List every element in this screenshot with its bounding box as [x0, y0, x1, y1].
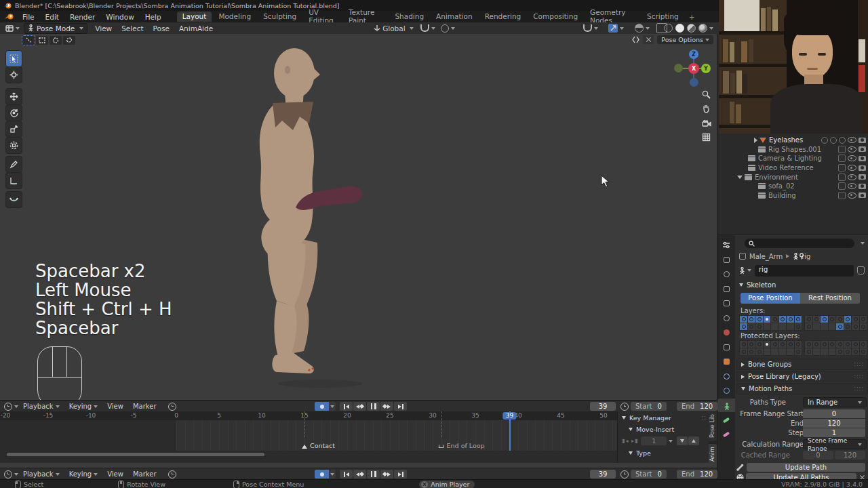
timeline-menu-playback[interactable]: Playback	[18, 470, 64, 478]
solid-shading-icon[interactable]	[675, 24, 684, 33]
outliner-item-building[interactable]: Building	[717, 191, 868, 201]
perspective-toggle-button[interactable]	[702, 131, 711, 144]
start-frame-field[interactable]: Start0	[631, 470, 667, 479]
blender-icon[interactable]	[5, 13, 14, 20]
outliner-item-camera-lighting[interactable]: Camera & Lighting	[717, 154, 868, 163]
data-icon[interactable]	[839, 137, 846, 144]
timeline-tracks[interactable]	[0, 420, 617, 451]
jump-to-start-button[interactable]	[340, 402, 353, 411]
anim-player-status[interactable]: Anim Player	[419, 481, 475, 488]
material-shading-icon[interactable]	[687, 24, 696, 33]
viewport-menu-select[interactable]: Select	[117, 24, 148, 33]
overlays-toggle[interactable]	[635, 24, 650, 33]
properties-tab-render[interactable]	[717, 268, 735, 281]
properties-tab-bone[interactable]	[717, 413, 735, 427]
timeline-menu-marker[interactable]: Marker	[128, 470, 161, 478]
next-keyframe-button[interactable]	[380, 402, 393, 411]
editor-type-button[interactable]	[717, 238, 735, 251]
properties-tab-physics[interactable]	[717, 384, 735, 398]
end-frame-field[interactable]: End120	[677, 470, 717, 479]
marker-label[interactable]: Contact	[310, 442, 335, 449]
jump-to-start-button[interactable]	[340, 470, 353, 479]
next-keyframe-button[interactable]	[380, 470, 393, 479]
workspace-tab-animation[interactable]: Animation	[431, 12, 478, 22]
hide-eye-icon[interactable]	[848, 146, 856, 152]
jump-to-end-button[interactable]	[394, 402, 407, 411]
viewport-menu-view[interactable]: View	[90, 24, 117, 33]
camera-view-button[interactable]	[702, 117, 711, 130]
hide-eye-icon[interactable]	[848, 192, 856, 199]
hide-eye-icon[interactable]	[848, 137, 856, 143]
render-visibility-icon[interactable]	[859, 165, 866, 171]
gizmo-x-neg-axis[interactable]	[674, 64, 683, 73]
scale-tool[interactable]	[5, 121, 22, 138]
layer-toggle[interactable]	[859, 323, 868, 331]
exclude-checkbox[interactable]	[838, 146, 846, 153]
rest-position-button[interactable]: Rest Position	[800, 293, 860, 304]
pose-breakdowner-tool[interactable]	[5, 191, 22, 208]
properties-tab-object-data[interactable]	[717, 399, 735, 412]
auto-key-options[interactable]	[329, 402, 336, 411]
render-visibility-icon[interactable]	[859, 184, 866, 189]
workspace-tab-rendering[interactable]: Rendering	[479, 12, 527, 22]
previous-keyframe-button[interactable]	[353, 402, 366, 411]
circle-select-mode[interactable]	[50, 36, 62, 45]
move-key-down-button[interactable]	[677, 436, 688, 445]
properties-tab-object[interactable]	[717, 355, 735, 369]
zoom-view-button[interactable]	[702, 89, 711, 102]
gizmo-y-axis[interactable]: Y	[701, 64, 711, 73]
menu-window[interactable]: Window	[100, 13, 139, 21]
snap-options[interactable]	[583, 24, 598, 32]
properties-tab-scene[interactable]	[717, 311, 735, 325]
properties-tab-world[interactable]	[717, 326, 735, 340]
navigation-gizmo[interactable]: Z Y X	[679, 54, 709, 83]
close-tool-button[interactable]	[643, 35, 654, 44]
lasso-select-mode[interactable]	[63, 36, 75, 45]
marker-triangle[interactable]	[302, 445, 307, 449]
outliner-item-eyelashes[interactable]: Eyelashes	[717, 136, 868, 145]
update-path-button[interactable]: Update Path	[747, 463, 865, 472]
properties-tab-bone-constraint[interactable]	[717, 428, 735, 441]
measure-tool[interactable]	[5, 172, 22, 189]
layer-toggle[interactable]	[794, 348, 803, 356]
timeline-menu-keying[interactable]: Keying	[64, 470, 103, 478]
tab-anim[interactable]: Anim	[709, 444, 717, 464]
exclude-checkbox[interactable]	[838, 155, 846, 162]
timeline-menu-playback[interactable]: Playback	[18, 403, 64, 410]
bone-groups-panel-header[interactable]: Bone Groups ::::	[736, 359, 868, 370]
render-visibility-icon[interactable]	[859, 192, 866, 198]
character-model[interactable]	[252, 34, 388, 392]
timeline-menu-keying[interactable]: Keying	[64, 403, 103, 410]
viewport-menu-pose[interactable]: Pose	[149, 24, 174, 33]
rotate-tool[interactable]	[5, 104, 22, 121]
proportional-edit-toggle[interactable]	[441, 24, 455, 33]
exclude-checkbox[interactable]	[838, 182, 846, 190]
transform-orientation[interactable]: Global	[374, 24, 414, 33]
auto-key-options[interactable]	[329, 470, 336, 479]
workspace-tab-compositing[interactable]: Compositing	[528, 12, 583, 22]
pose-position-button[interactable]: Pose Position	[741, 293, 800, 304]
workspace-tab-shading[interactable]: Shading	[389, 12, 429, 22]
render-visibility-icon[interactable]	[859, 174, 866, 180]
workspace-tab-modeling[interactable]: Modeling	[213, 12, 256, 22]
start-frame-field[interactable]: Start0	[631, 402, 667, 411]
pan-view-button[interactable]	[702, 103, 711, 116]
properties-search-input[interactable]	[745, 239, 854, 248]
wireframe-shading-icon[interactable]	[664, 24, 673, 33]
exclude-checkbox[interactable]	[838, 164, 846, 171]
motion-paths-panel-header[interactable]: Motion Paths ::::	[736, 383, 868, 394]
outliner-item-sofa-02[interactable]: sofa_02	[717, 182, 868, 191]
jump-to-end-button[interactable]	[394, 470, 407, 479]
pause-button[interactable]	[367, 470, 380, 479]
move-tool[interactable]	[5, 88, 22, 105]
properties-tab-tool[interactable]	[717, 253, 735, 266]
add-workspace-button[interactable]: +	[689, 13, 695, 21]
brush-icon[interactable]	[830, 137, 837, 144]
menu-edit[interactable]: Edit	[40, 13, 64, 21]
render-visibility-icon[interactable]	[859, 156, 866, 161]
editor-type-button[interactable]	[4, 403, 18, 411]
workspace-tab-scripting[interactable]: Scripting	[642, 12, 684, 22]
workspace-tab-sculpting[interactable]: Sculpting	[258, 12, 302, 22]
marker-label[interactable]: End of Loop	[447, 442, 485, 449]
viewport-menu-animaide[interactable]: AnimAide	[174, 24, 218, 33]
